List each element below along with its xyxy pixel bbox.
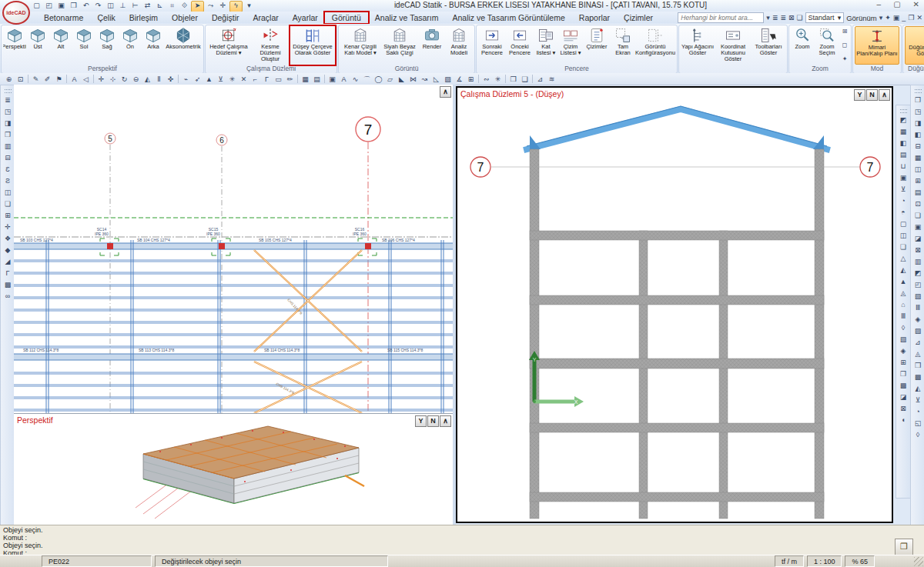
tab-degistir[interactable]: Değiştir	[205, 12, 246, 23]
pane-n-button[interactable]: N	[866, 89, 878, 101]
koordinat-kutusunu-goster-button[interactable]: Koordinat Kutusunu Göster	[715, 26, 752, 65]
right-outer-tool-icon[interactable]: ◨	[912, 118, 924, 129]
right-outer-tool-icon[interactable]: ⊟	[912, 141, 924, 152]
zoom-button[interactable]: Zoom	[791, 26, 814, 65]
aksonometrik-button[interactable]: Aksonometrik	[165, 26, 202, 65]
quick-access-icon[interactable]: ➤	[191, 1, 204, 12]
quick-access-icon[interactable]: ⊾	[154, 1, 166, 11]
siyah-beyaz-sakli-cizgi-button[interactable]: Siyah Beyaz Saklı Çizgi	[380, 26, 419, 65]
left-tool-icon[interactable]: ◢	[2, 256, 14, 268]
right-outer-tool-icon[interactable]: ◱	[912, 418, 924, 429]
layer-down-icon[interactable]: ≣	[780, 13, 786, 23]
right-outer-tool-icon[interactable]: ◳	[912, 106, 924, 118]
quick-access-icon[interactable]: ▾	[243, 1, 255, 11]
left-tool-icon[interactable]: ❐	[2, 129, 14, 141]
right-inner-tool-icon[interactable]: ◊	[898, 322, 909, 334]
right-inner-tool-icon[interactable]: ❏	[898, 242, 909, 253]
quick-access-icon[interactable]: ▢	[31, 1, 42, 11]
right-outer-tool-icon[interactable]: ◭	[912, 383, 924, 395]
status-scale[interactable]: 1 : 100	[807, 555, 842, 567]
dusey-cerceve-olarak-goster-button[interactable]: Düşey Çerçeve Olarak Göster	[290, 26, 335, 65]
drawing-tool-icon[interactable]: ⊹	[107, 74, 119, 85]
drawing-tool-icon[interactable]: ➶	[192, 74, 203, 85]
sonraki-pencere-button[interactable]: Sonraki Pencere	[478, 26, 506, 65]
drawing-tool-icon[interactable]: ⋈	[407, 74, 419, 85]
drawing-tool-icon[interactable]: ▣	[326, 74, 338, 85]
right-outer-tool-icon[interactable]: ▧	[912, 291, 924, 302]
right-inner-tool-icon[interactable]: ▢	[898, 218, 909, 230]
on-view-button[interactable]: Ön	[119, 26, 142, 65]
dugum-noktalarini-goster-gizle-button[interactable]: Düğüm noktalarını Göster/Gizle	[905, 26, 924, 65]
right-inner-tool-icon[interactable]: ◓	[898, 207, 909, 218]
right-outer-tool-icon[interactable]: ⊠	[912, 245, 924, 256]
render-style-icon[interactable]: ✦	[885, 13, 891, 23]
resize-grip[interactable]	[914, 557, 923, 566]
drawing-tool-icon[interactable]: ✛	[95, 74, 107, 85]
right-outer-tool-icon[interactable]: ◊	[912, 429, 924, 441]
pane-y-button[interactable]: Y	[854, 89, 865, 101]
left-tool-icon[interactable]: ≣	[2, 95, 14, 106]
zoom-secim-button[interactable]: Zoom Seçim	[814, 26, 840, 65]
ust-view-button[interactable]: Üst	[26, 26, 49, 65]
quick-access-icon[interactable]: ⊥	[117, 1, 129, 11]
left-tool-icon[interactable]: Ƨ	[2, 175, 14, 187]
tab-birlesim[interactable]: Birleşim	[122, 12, 165, 23]
toolbar-grip[interactable]	[915, 89, 922, 93]
right-outer-tool-icon[interactable]: ▩	[912, 372, 924, 383]
drawing-tool-icon[interactable]: ▤	[311, 74, 323, 85]
left-tool-icon[interactable]: ◨	[2, 118, 14, 129]
quick-access-icon[interactable]: ⤳	[205, 1, 216, 11]
minimize-button[interactable]: –	[877, 0, 882, 8]
drawing-tool-icon[interactable]: ⌐	[249, 74, 261, 85]
drawing-tool-icon[interactable]: ⊡	[15, 74, 26, 85]
right-inner-tool-icon[interactable]: ▩	[898, 380, 909, 392]
right-outer-tool-icon[interactable]: ❐	[912, 95, 924, 106]
tab-araclar[interactable]: Araçlar	[246, 12, 286, 23]
plan-drawing[interactable]: 5 6 7	[14, 85, 453, 413]
drawing-tool-icon[interactable]: ▲	[203, 74, 215, 85]
quick-access-icon[interactable]: ❒	[68, 1, 79, 11]
left-tool-icon[interactable]: ⊟	[2, 152, 14, 164]
drawing-tool-icon[interactable]: ⊿	[534, 74, 546, 85]
gorunum-menu[interactable]: Görünüm	[846, 14, 877, 22]
right-inner-tool-icon[interactable]: ⊞	[898, 357, 909, 369]
drawing-tool-icon[interactable]: ▱	[384, 74, 396, 85]
quick-access-icon[interactable]: ⇄	[142, 1, 153, 11]
right-inner-tool-icon[interactable]: ◫	[898, 230, 909, 242]
drawing-tool-icon[interactable]: A	[69, 74, 80, 85]
right-inner-tool-icon[interactable]: ◖	[898, 415, 909, 426]
drawing-tool-icon[interactable]: ✕	[238, 74, 249, 85]
left-tool-icon[interactable]: ◳	[2, 106, 14, 118]
elevation-drawing[interactable]: 7 7	[457, 88, 892, 522]
quick-access-icon[interactable]: ⟐	[179, 1, 190, 11]
right-outer-tool-icon[interactable]: ◩	[912, 268, 924, 279]
tab-betonarme[interactable]: Betonarme	[37, 12, 90, 23]
tab-ayarlar[interactable]: Ayarlar	[286, 12, 325, 23]
right-outer-tool-icon[interactable]: ⊻	[912, 395, 924, 406]
right-inner-tool-icon[interactable]: ⊠	[898, 403, 909, 415]
arka-view-button[interactable]: Arka	[142, 26, 165, 65]
status-units[interactable]: tf / m	[775, 555, 804, 567]
drawing-tool-icon[interactable]: ⌒	[361, 74, 373, 85]
right-outer-tool-icon[interactable]: ▣	[912, 222, 924, 233]
render-button[interactable]: Render	[419, 26, 445, 65]
right-inner-tool-icon[interactable]: ⌂	[898, 299, 909, 311]
left-tool-icon[interactable]: ◫	[2, 187, 14, 198]
right-inner-tool-icon[interactable]: Ⅲ	[898, 311, 909, 322]
quick-access-icon[interactable]: ↷	[92, 1, 104, 11]
drawing-tool-icon[interactable]: ⌁	[180, 74, 192, 85]
command-side-icon[interactable]: ❐	[895, 539, 913, 555]
right-outer-tool-icon[interactable]: ❒	[912, 360, 924, 372]
left-tool-icon[interactable]: Γ	[2, 268, 14, 279]
drawing-tool-icon[interactable]: ◭	[142, 74, 153, 85]
goruntu-konfigurasyonu-button[interactable]: Görüntü Konfigürasyonu	[635, 26, 675, 65]
right-outer-tool-icon[interactable]: ◪	[912, 233, 924, 245]
right-inner-tool-icon[interactable]: ▣	[898, 172, 909, 184]
right-outer-tool-icon[interactable]: ⊡	[912, 198, 924, 210]
left-tool-icon[interactable]: Ɛ	[2, 164, 14, 175]
toolbar-grip[interactable]	[5, 89, 12, 93]
tab-cizimler[interactable]: Çizimler	[617, 12, 660, 23]
drawing-tool-icon[interactable]: A	[338, 74, 350, 85]
gorunum-arrow-icon[interactable]: ▾	[879, 13, 883, 23]
elevation-pane[interactable]: Çalışma Düzlemi 5 - (Düşey) Y N ∧ 7 7	[456, 86, 893, 523]
